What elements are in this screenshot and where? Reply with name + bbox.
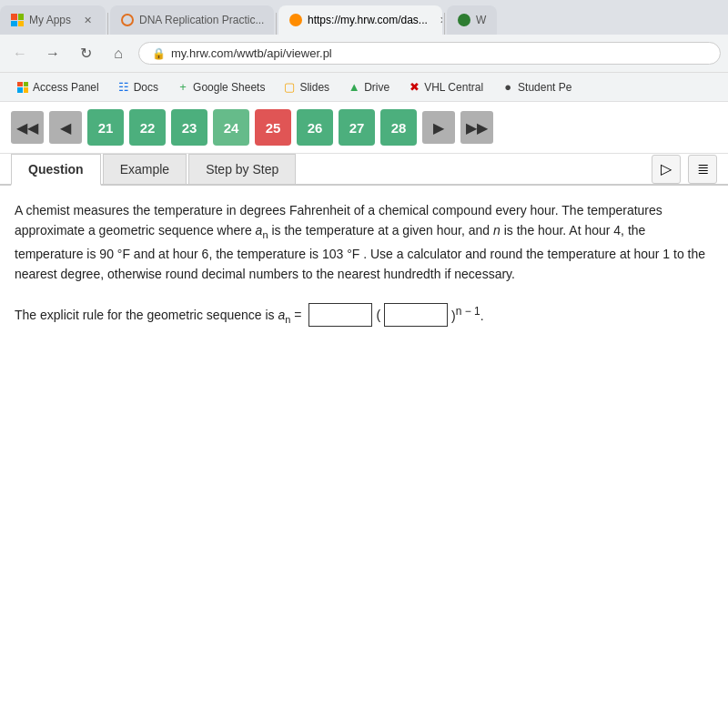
tab-separator [107, 13, 108, 35]
tab-example[interactable]: Example [103, 154, 187, 184]
tab-my-apps[interactable]: My Apps ✕ [0, 5, 106, 35]
address-bar-row: ← → ↻ ⌂ 🔒 my.hrw.com/wwtb/api/viewer.pl [0, 35, 728, 73]
bookmark-access-panel[interactable]: Access Panel [9, 78, 106, 96]
question-23-button[interactable]: 23 [171, 109, 207, 146]
last-question-button[interactable]: ▶▶ [460, 111, 493, 144]
question-24-button[interactable]: 24 [213, 109, 249, 146]
docs-icon: ☷ [117, 81, 130, 94]
bookmark-student[interactable]: ● Student Pe [494, 78, 579, 96]
question-21-button[interactable]: 21 [87, 109, 124, 146]
bookmark-vhl[interactable]: ✖ VHL Central [400, 78, 490, 96]
play-button[interactable]: ▷ [652, 155, 681, 184]
explicit-rule-row: The explicit rule for the geometric sequ… [15, 303, 713, 329]
tab-close-button[interactable]: ✕ [437, 13, 442, 27]
vhl-icon: ✖ [408, 81, 420, 94]
bookmark-sheets[interactable]: + Google Sheets [169, 78, 272, 96]
prev-question-button[interactable]: ◀ [49, 111, 82, 144]
windows-icon [16, 81, 29, 94]
bookmark-docs[interactable]: ☷ Docs [110, 78, 166, 96]
next-question-button[interactable]: ▶ [422, 111, 455, 144]
tab-bar: My Apps ✕ DNA Replication Practic... ✕ h… [0, 0, 728, 35]
subscript-n: n [262, 229, 268, 240]
question-body: A chemist measures the temperature in de… [0, 186, 728, 343]
home-button[interactable]: ⌂ [106, 41, 131, 66]
tab-close-button[interactable]: ✕ [273, 13, 274, 27]
drive-icon: ▲ [348, 81, 360, 94]
tab-separator [444, 13, 445, 35]
tab-question[interactable]: Question [11, 154, 101, 186]
question-27-button[interactable]: 27 [339, 109, 375, 146]
tab-label: W [476, 14, 486, 26]
content-tabs: Question Example Step by Step ▷ ≣ [0, 154, 728, 186]
answer-input-2[interactable] [384, 303, 448, 327]
tab-label: DNA Replication Practic... [139, 14, 264, 26]
tab-label: https://my.hrw.com/das... [308, 14, 428, 26]
refresh-button[interactable]: ↻ [73, 41, 98, 66]
tab-step-by-step[interactable]: Step by Step [188, 154, 296, 184]
question-paragraph: A chemist measures the temperature in de… [15, 200, 713, 285]
tab-w[interactable]: W [447, 5, 497, 35]
browser-chrome: My Apps ✕ DNA Replication Practic... ✕ h… [0, 0, 728, 102]
rule-subscript-n: n [285, 314, 290, 325]
first-question-button[interactable]: ◀◀ [11, 111, 44, 144]
forward-button[interactable]: → [40, 41, 66, 66]
bookmark-label: Student Pe [518, 81, 571, 94]
bookmark-slides[interactable]: ▢ Slides [276, 78, 337, 96]
lock-icon: 🔒 [152, 47, 166, 60]
tab-label: My Apps [29, 14, 71, 26]
answer-input-1[interactable] [308, 303, 372, 327]
sheets-icon: + [177, 81, 189, 94]
windows-logo-icon [11, 14, 24, 26]
back-button[interactable]: ← [7, 41, 33, 66]
bookmark-label: Access Panel [33, 81, 99, 94]
book-button[interactable]: ≣ [688, 155, 717, 184]
question-26-button[interactable]: 26 [297, 109, 333, 146]
slides-icon: ▢ [283, 81, 296, 94]
bookmark-drive[interactable]: ▲ Drive [340, 78, 397, 96]
bookmark-label: VHL Central [424, 81, 483, 94]
open-paren-text: ( [376, 305, 380, 325]
tab-separator [276, 13, 277, 35]
address-box[interactable]: 🔒 my.hrw.com/wwtb/api/viewer.pl [138, 42, 721, 65]
bookmark-label: Google Sheets [193, 81, 265, 94]
question-nav: ◀◀ ◀ 21 22 23 24 25 26 27 28 ▶ ▶▶ [0, 102, 728, 154]
close-paren-text: )n − 1. [451, 303, 484, 326]
exponent-text: n − 1 [456, 305, 480, 318]
green-dot-icon [458, 14, 470, 26]
bookmark-label: Docs [134, 81, 158, 94]
student-icon: ● [501, 81, 514, 94]
question-22-button[interactable]: 22 [129, 109, 166, 146]
question-28-button[interactable]: 28 [380, 109, 417, 146]
tab-close-button[interactable]: ✕ [80, 13, 95, 27]
tab-hrw[interactable]: https://my.hrw.com/das... ✕ [278, 5, 442, 35]
rule-prefix-text: The explicit rule for the geometric sequ… [15, 305, 305, 328]
bookmarks-bar: Access Panel ☷ Docs + Google Sheets ▢ Sl… [0, 73, 728, 102]
page-content: ◀◀ ◀ 21 22 23 24 25 26 27 28 ▶ ▶▶ Questi… [0, 102, 728, 728]
book-icon: ≣ [697, 162, 709, 177]
tab-icons-right: ▷ ≣ [652, 155, 717, 184]
orange-dot-icon [289, 14, 302, 26]
dna-icon [121, 14, 134, 26]
play-icon: ▷ [661, 160, 672, 177]
bookmark-label: Slides [299, 81, 329, 94]
bookmark-label: Drive [364, 81, 389, 94]
tab-dna[interactable]: DNA Replication Practic... ✕ [110, 5, 274, 35]
address-text: my.hrw.com/wwtb/api/viewer.pl [171, 46, 332, 60]
question-25-button[interactable]: 25 [255, 109, 291, 146]
